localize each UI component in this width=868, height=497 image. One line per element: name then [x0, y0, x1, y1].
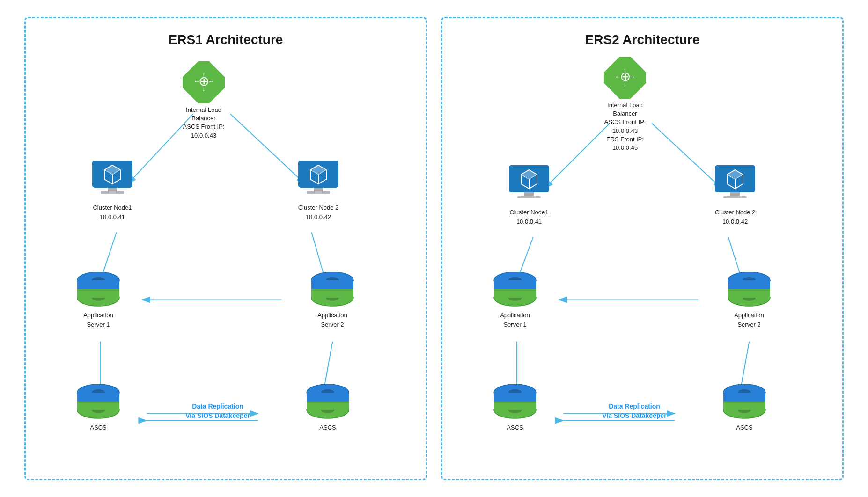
ers1-ascs2-icon [304, 384, 351, 419]
svg-rect-18 [108, 188, 117, 191]
ers2-appserver2: ApplicationServer 2 [719, 272, 780, 329]
ers2-appserver1-label: ApplicationServer 1 [500, 311, 530, 329]
ers2-node1-icon [508, 164, 550, 199]
svg-text:↑: ↑ [202, 71, 206, 79]
ers1-node2: Cluster Node 210.0.0.42 [288, 160, 349, 221]
svg-rect-82 [723, 196, 747, 198]
ers2-appserver1: ApplicationServer 1 [485, 272, 545, 329]
ers1-appserver1: ApplicationServer 1 [68, 272, 129, 329]
ers2-lb-label: Internal LoadBalancerASCS Front IP:10.0.… [604, 101, 646, 152]
ers1-lb-label: Internal LoadBalancerASCS Front IP:10.0.… [183, 106, 225, 140]
ers2-ascs2-label: ASCS [736, 423, 752, 432]
ers1-lb: ⊕ ← → ↑ ↓ Internal LoadBalancerASCS Fron… [166, 61, 241, 140]
ers2-ascs1: ASCS [485, 384, 545, 432]
ers2-lb: ⊕ ← → ↑ ↓ Internal LoadBalancerASCS Fron… [583, 57, 667, 152]
ers1-ascs1-icon [75, 384, 122, 419]
ers2-title: ERS2 Architecture [452, 32, 833, 47]
ers2-ascs1-label: ASCS [507, 423, 523, 432]
svg-rect-19 [101, 191, 124, 194]
ers1-box: ERS1 Architecture [24, 17, 427, 480]
ers2-node2-label: Cluster Node 210.0.0.42 [715, 208, 756, 226]
ers1-appserver2-icon [309, 272, 356, 307]
ers1-diagram: ⊕ ← → ↑ ↓ Internal LoadBalancerASCS Fron… [35, 52, 416, 482]
ers1-title: ERS1 Architecture [35, 32, 416, 47]
ers2-ascs1-icon [492, 384, 538, 419]
ers1-ascs2-label: ASCS [319, 423, 336, 432]
svg-text:↑: ↑ [624, 66, 627, 74]
svg-text:↓: ↓ [624, 80, 627, 88]
ers1-appserver1-label: ApplicationServer 1 [83, 311, 113, 329]
ers1-ascs1: ASCS [68, 384, 129, 432]
ers1-node1-label: Cluster Node110.0.0.41 [93, 203, 132, 221]
ers1-replication-label: Data ReplicationVia SIOS Datakeeper [162, 402, 274, 420]
ers2-node1-label: Cluster Node110.0.0.41 [509, 208, 548, 226]
ers2-appserver2-icon [726, 272, 772, 307]
svg-text:→: → [629, 73, 635, 80]
ers2-node1: Cluster Node110.0.0.41 [499, 164, 559, 226]
ers2-node2-icon [714, 164, 756, 199]
ers1-node2-icon [297, 160, 339, 195]
svg-text:←: ← [615, 73, 621, 80]
ers2-lb-icon: ⊕ ← → ↑ ↓ [604, 57, 646, 99]
svg-text:←: ← [193, 78, 200, 85]
svg-rect-25 [307, 191, 330, 194]
ers2-box: ERS2 Architecture [441, 17, 844, 480]
ers1-appserver2-label: ApplicationServer 2 [317, 311, 347, 329]
ers2-ascs2-icon [721, 384, 768, 419]
ers1-appserver2: ApplicationServer 2 [302, 272, 363, 329]
ers1-node1: Cluster Node110.0.0.41 [82, 160, 143, 221]
ers1-node2-label: Cluster Node 210.0.0.42 [298, 203, 339, 221]
svg-rect-24 [314, 188, 323, 191]
svg-rect-75 [524, 192, 534, 196]
ers1-lb-icon: ⊕ ← → ↑ ↓ [183, 61, 225, 103]
svg-text:↓: ↓ [202, 85, 206, 93]
ers1-appserver1-icon [75, 272, 122, 307]
ers2-diagram: ⊕ ← → ↑ ↓ Internal LoadBalancerASCS Fron… [452, 52, 833, 482]
ers1-ascs1-label: ASCS [90, 423, 106, 432]
ers1-node1-icon [91, 160, 133, 195]
ers2-replication-label: Data ReplicationVia SIOS Datakeeper [578, 402, 691, 420]
ers2-ascs2: ASCS [714, 384, 775, 432]
main-container: ERS1 Architecture [0, 0, 868, 497]
svg-rect-81 [730, 192, 740, 196]
ers2-appserver1-icon [492, 272, 538, 307]
svg-text:→: → [207, 78, 214, 85]
svg-rect-76 [517, 196, 541, 198]
ers1-ascs2: ASCS [297, 384, 358, 432]
ers2-appserver2-label: ApplicationServer 2 [734, 311, 764, 329]
ers2-node2: Cluster Node 210.0.0.42 [705, 164, 765, 226]
